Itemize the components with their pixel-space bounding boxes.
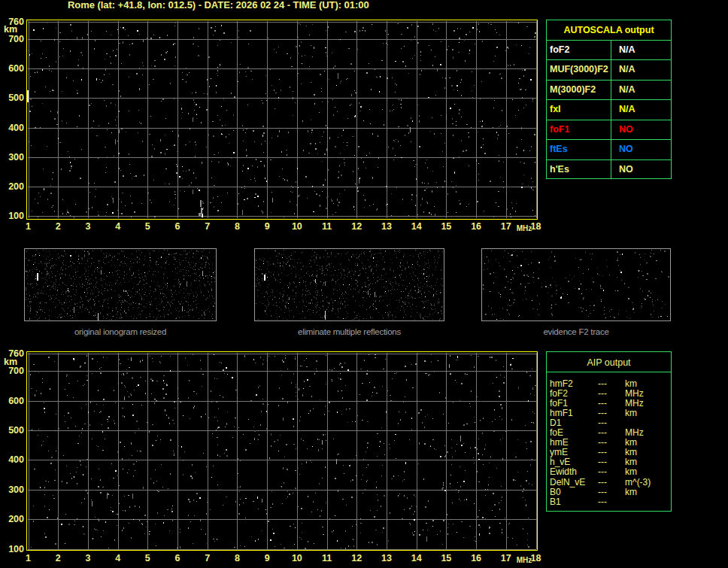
x-tick-label: 7	[205, 553, 210, 563]
aip-row-value: ---	[598, 457, 607, 467]
aip-row-value: ---	[598, 409, 607, 418]
ionogram-plot-top	[26, 20, 538, 220]
aip-row-param: foF2	[550, 389, 568, 399]
thumbnail-canvas-2	[482, 249, 670, 320]
aip-row-value: ---	[598, 448, 607, 457]
aip-row-unit: MHz	[625, 389, 644, 399]
aip-row-param: foE	[550, 428, 563, 438]
autoscala-row-value: N/A	[619, 40, 635, 60]
x-tick-label: 16	[471, 221, 481, 232]
aip-row-value: ---	[598, 438, 607, 448]
autoscala-row-value: N/A	[619, 80, 635, 100]
y-tick-label: 500	[2, 93, 24, 103]
aip-row-value: ---	[598, 418, 607, 428]
y-tick-label: 700	[2, 34, 24, 44]
autoscala-window: Rome (lat: +41.8, lon: 012.5) - DATE: 20…	[0, 0, 728, 568]
x-tick-label: 7	[205, 221, 210, 232]
autoscala-row-value: NO	[619, 159, 633, 180]
x-tick-label: 4	[115, 553, 120, 563]
y-tick-label: 200	[2, 181, 24, 192]
x-tick-label: 17	[501, 221, 511, 232]
ionogram-canvas-bottom	[26, 351, 538, 551]
autoscala-row-label: ftEs	[550, 139, 568, 159]
aip-row-value: ---	[598, 478, 607, 488]
aip-row-unit: km	[625, 448, 637, 457]
x-tick-label: 15	[441, 221, 451, 232]
thumbnail-canvas-1	[255, 249, 444, 320]
x-tick-label: 18	[531, 553, 541, 563]
x-tick-label: 2	[56, 221, 61, 232]
x-tick-label: 8	[235, 553, 240, 563]
aip-row-param: D1	[550, 418, 561, 428]
x-tick-label: 12	[351, 221, 362, 232]
ionogram-plot-bottom	[26, 351, 538, 551]
thumbnail-evidence-f2-trace	[481, 248, 671, 321]
autoscala-row-label: foF2	[550, 40, 569, 60]
thumbnail-label-evidence: evidence F2 trace	[481, 327, 671, 337]
thumbnail-canvas-0	[25, 249, 216, 320]
aip-row-unit: km	[625, 438, 637, 448]
thumbnail-original-ionogram	[24, 248, 217, 321]
aip-row-value: ---	[598, 497, 607, 507]
y-axis-unit-km: km	[4, 25, 17, 35]
x-tick-label: 10	[292, 221, 302, 232]
thumbnail-eliminate-reflections	[254, 248, 444, 321]
y-tick-label: 500	[2, 425, 24, 436]
aip-row-unit: km	[625, 467, 637, 477]
x-tick-label: 1	[26, 221, 31, 232]
x-tick-label: 1	[26, 553, 31, 563]
autoscala-row-label: foF1	[550, 120, 569, 140]
autoscala-row-value: N/A	[619, 99, 635, 120]
x-tick-label: 11	[322, 553, 332, 563]
aip-row-param: Ewidth	[550, 467, 577, 477]
aip-row-value: ---	[598, 428, 607, 438]
aip-row-param: hmF1	[550, 409, 573, 418]
y-tick-label: 300	[2, 152, 24, 163]
aip-output-table: AIP output hmF2---kmfoF2---MHzfoF1---MHz…	[546, 351, 672, 512]
aip-row-param: DelN_vE	[550, 478, 585, 488]
y-tick-label: 400	[2, 123, 24, 133]
x-tick-label: 8	[235, 221, 240, 232]
aip-row-param: h_vE	[550, 457, 570, 467]
page-title: Rome (lat: +41.8, lon: 012.5) - DATE: 20…	[68, 0, 369, 11]
aip-row-value: ---	[598, 389, 607, 399]
x-tick-label: 13	[381, 553, 392, 563]
x-axis-unit-mhz: MHz	[517, 224, 532, 232]
autoscala-row-label: MUF(3000)F2	[550, 59, 608, 80]
x-tick-label: 2	[56, 553, 61, 563]
thumbnail-label-eliminate: eliminate multiple reflections	[254, 327, 444, 337]
x-tick-label: 12	[351, 553, 362, 563]
table-grid-line	[611, 40, 611, 179]
aip-row-unit: km	[625, 457, 637, 467]
thumbnail-label-original: original ionogram resized	[24, 327, 217, 337]
x-tick-label: 3	[85, 221, 90, 232]
x-tick-label: 10	[292, 553, 302, 563]
x-tick-label: 5	[145, 221, 150, 232]
y-tick-label: 700	[2, 366, 24, 376]
x-tick-label: 17	[501, 553, 511, 563]
ionogram-canvas-top	[26, 20, 538, 220]
x-tick-label: 14	[411, 221, 422, 232]
y-tick-label: 100	[2, 211, 24, 221]
aip-row-unit: MHz	[625, 428, 644, 438]
autoscala-row-label: h'Es	[550, 159, 569, 180]
x-tick-label: 15	[441, 553, 451, 563]
x-tick-label: 11	[322, 221, 332, 232]
autoscala-row-label: fxI	[550, 99, 561, 120]
aip-row-unit: km	[625, 488, 637, 497]
table-grid-line	[547, 372, 671, 372]
aip-row-value: ---	[598, 399, 607, 409]
x-tick-label: 3	[85, 553, 90, 563]
aip-row-param: B1	[550, 497, 561, 507]
y-tick-label: 100	[2, 544, 24, 554]
aip-row-param: B0	[550, 488, 561, 497]
x-tick-label: 16	[471, 553, 481, 563]
aip-row-unit: MHz	[625, 399, 644, 409]
y-tick-label: 600	[2, 63, 24, 74]
autoscala-table-header: AUTOSCALA output	[547, 20, 671, 40]
aip-row-unit: km	[625, 379, 637, 389]
aip-row-param: foF1	[550, 399, 568, 409]
autoscala-row-value: N/A	[619, 59, 635, 80]
aip-row-value: ---	[598, 467, 607, 477]
aip-table-header: AIP output	[547, 352, 671, 372]
